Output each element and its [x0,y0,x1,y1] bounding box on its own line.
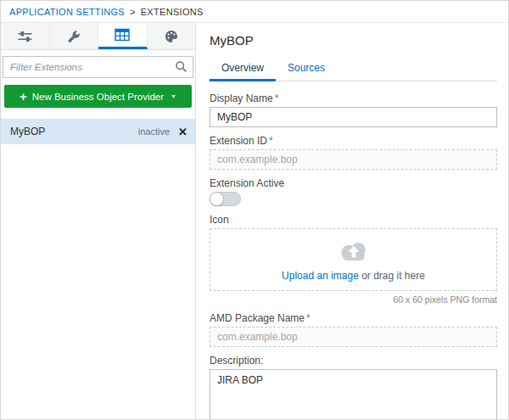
breadcrumb-current-extensions: EXTENSIONS [141,7,204,17]
description-field: Description: JIRA BOP [210,355,497,419]
list-item-mybop[interactable]: MyBOP inactive ✕ [1,119,195,144]
palette-icon [165,30,178,43]
tab-overview[interactable]: Overview [210,58,276,81]
display-name-label-text: Display Name [210,92,273,104]
table-icon [115,28,130,42]
plus-icon: + [20,90,27,103]
delete-extension-icon[interactable]: ✕ [178,126,187,137]
display-name-field: Display Name* [210,92,497,127]
required-asterisk: * [269,135,273,147]
toggle-knob [210,192,224,206]
wrench-icon [67,30,81,43]
required-asterisk: * [306,312,310,324]
required-asterisk: * [275,92,279,104]
extensions-sidebar: + New Business Object Provider ▼ MyBOP i… [1,23,196,419]
description-label: Description: [210,355,497,367]
extension-active-field: Extension Active [210,177,497,206]
cloud-upload-icon [335,238,372,266]
tab-general-settings[interactable] [1,23,50,49]
breadcrumb-application-settings-link[interactable]: APPLICATION SETTINGS [9,7,125,17]
extension-id-field: Extension ID* [210,135,497,170]
extension-name: MyBOP [10,126,45,137]
extension-id-input [210,149,497,170]
tab-tools[interactable] [50,23,99,49]
amd-package-name-input [210,327,497,347]
tab-theme[interactable] [148,23,196,49]
display-name-label: Display Name* [210,92,497,104]
extension-active-toggle[interactable] [210,192,241,206]
breadcrumb: APPLICATION SETTINGS > EXTENSIONS [1,1,508,23]
breadcrumb-separator: > [130,7,136,17]
filter-extensions [3,56,193,78]
new-button-label: New Business Object Provider [32,92,164,102]
sidebar-icon-tabs [1,23,195,50]
extension-status-badge: inactive [138,126,170,137]
tab-sources[interactable]: Sources [276,58,337,81]
new-business-object-provider-button[interactable]: + New Business Object Provider ▼ [4,85,192,108]
icon-field: Icon [210,214,497,305]
tab-business-object-providers[interactable] [98,23,148,49]
extension-active-label: Extension Active [210,177,497,189]
upload-an-image-link[interactable]: Upload an image [282,270,359,282]
detail-tabs: Overview Sources [210,58,497,81]
drag-it-here-text: or drag it here [359,270,425,282]
icon-label: Icon [210,214,497,226]
application-settings-window: APPLICATION SETTINGS > EXTENSIONS [0,0,509,420]
icon-upload-dropzone[interactable]: Upload an image or drag it here [210,228,497,291]
display-name-input[interactable] [210,107,497,127]
extension-id-label: Extension ID* [210,135,497,147]
extension-id-label-text: Extension ID [210,135,267,147]
extension-detail-panel: MyBOP Overview Sources Display Name* Ext… [196,23,508,419]
icon-size-hint: 60 x 60 pixels PNG format [210,294,497,305]
amd-package-name-field: AMD Package Name* [210,312,497,347]
amd-package-name-label-text: AMD Package Name [210,312,305,324]
description-textarea[interactable]: JIRA BOP [210,369,497,419]
filter-extensions-input[interactable] [3,56,193,78]
search-icon[interactable] [175,60,187,76]
sliders-icon [18,30,32,43]
upload-instructions: Upload an image or drag it here [282,270,425,282]
extensions-list: MyBOP inactive ✕ [1,119,195,419]
chevron-down-icon: ▼ [171,93,176,99]
amd-package-name-label: AMD Package Name* [210,312,497,324]
page-title: MyBOP [210,33,497,48]
